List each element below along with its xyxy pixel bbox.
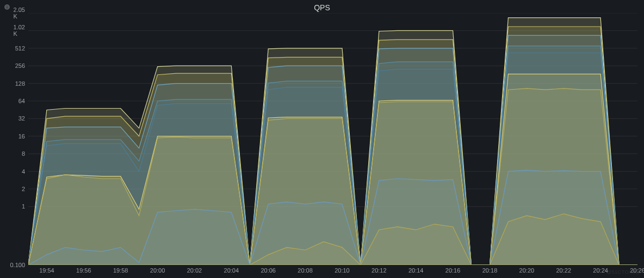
x-tick-label: 20:02 [187, 265, 202, 274]
chart-plot-area[interactable]: 0.10012481632641282565121.02 K2.05 K19:5… [28, 13, 637, 265]
y-tick-label: 32 [18, 115, 28, 122]
x-tick-label: 19:56 [76, 265, 91, 274]
x-tick-label: 20:12 [371, 265, 387, 274]
chart-panel: QPS 0.10012481632641282565121.02 K2.05 K… [0, 0, 644, 278]
y-tick-label: 1 [22, 203, 28, 210]
y-tick-label: 0.100 [10, 262, 28, 268]
x-tick-label: 20:16 [445, 265, 461, 274]
y-tick-label: 4 [22, 168, 28, 175]
x-tick-label: 20:20 [519, 265, 535, 274]
x-tick-label: 19:58 [113, 265, 128, 274]
x-tick-label: 20:04 [224, 265, 239, 274]
x-tick-label: 20:08 [298, 265, 313, 274]
y-tick-label: 64 [18, 98, 28, 104]
x-tick-label: 20:18 [482, 265, 498, 274]
x-tick-label: 19:54 [39, 265, 54, 274]
y-tick-label: 256 [15, 62, 28, 69]
panel-title: QPS [0, 3, 644, 12]
x-tick-label: 20:10 [335, 265, 350, 274]
y-tick-label: 2 [22, 186, 28, 192]
y-tick-label: 2.05 K [14, 7, 28, 20]
y-tick-label: 1.02 K [14, 24, 28, 37]
x-tick-label: 20:14 [408, 265, 424, 274]
y-tick-label: 8 [22, 150, 28, 157]
x-tick-label: 20:24 [593, 265, 608, 274]
y-tick-label: 512 [15, 45, 28, 52]
x-tick-label: 20:22 [556, 265, 571, 274]
y-tick-label: 128 [15, 80, 28, 87]
y-tick-label: 16 [18, 133, 28, 140]
watermark: @51CTO/博客 [606, 269, 641, 276]
x-tick-label: 20:00 [150, 265, 165, 274]
x-tick-label: 20:06 [261, 265, 276, 274]
